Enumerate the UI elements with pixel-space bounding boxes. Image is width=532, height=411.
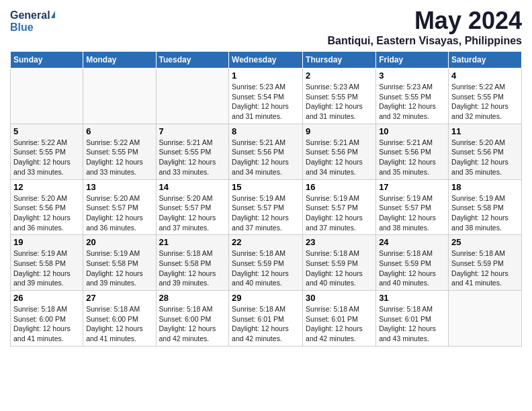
calendar-cell: 1Sunrise: 5:23 AMSunset: 5:54 PMDaylight… <box>229 68 303 124</box>
day-info: Sunrise: 5:18 AMSunset: 6:01 PMDaylight:… <box>379 304 445 344</box>
day-number: 5 <box>13 126 80 136</box>
calendar-cell: 15Sunrise: 5:19 AMSunset: 5:57 PMDayligh… <box>229 179 303 235</box>
day-info: Sunrise: 5:18 AMSunset: 6:00 PMDaylight:… <box>13 304 80 344</box>
day-number: 2 <box>306 71 373 81</box>
day-info: Sunrise: 5:22 AMSunset: 5:55 PMDaylight:… <box>451 82 519 122</box>
title-area: May 2024 Bantiqui, Eastern Visayas, Phil… <box>327 7 522 47</box>
calendar-cell: 28Sunrise: 5:18 AMSunset: 6:00 PMDayligh… <box>156 291 229 347</box>
day-number: 29 <box>232 293 300 303</box>
day-number: 12 <box>13 182 80 192</box>
day-info: Sunrise: 5:21 AMSunset: 5:56 PMDaylight:… <box>379 138 445 177</box>
day-info: Sunrise: 5:18 AMSunset: 5:59 PMDaylight:… <box>451 248 519 288</box>
calendar-cell: 8Sunrise: 5:21 AMSunset: 5:56 PMDaylight… <box>229 124 303 179</box>
day-info: Sunrise: 5:23 AMSunset: 5:54 PMDaylight:… <box>232 82 300 122</box>
day-info: Sunrise: 5:18 AMSunset: 5:58 PMDaylight:… <box>159 248 226 288</box>
calendar-cell: 24Sunrise: 5:18 AMSunset: 5:59 PMDayligh… <box>376 235 449 291</box>
calendar-cell: 7Sunrise: 5:21 AMSunset: 5:55 PMDaylight… <box>156 124 229 179</box>
day-info: Sunrise: 5:20 AMSunset: 5:57 PMDaylight:… <box>159 193 226 233</box>
calendar-cell: 31Sunrise: 5:18 AMSunset: 6:01 PMDayligh… <box>376 291 449 347</box>
day-number: 16 <box>306 182 373 192</box>
logo-blue: Blue <box>10 21 34 34</box>
day-info: Sunrise: 5:18 AMSunset: 5:59 PMDaylight:… <box>232 248 300 288</box>
calendar-cell: 19Sunrise: 5:19 AMSunset: 5:58 PMDayligh… <box>11 235 83 291</box>
day-number: 21 <box>159 237 226 247</box>
day-info: Sunrise: 5:22 AMSunset: 5:55 PMDaylight:… <box>86 138 152 177</box>
day-header-tuesday: Tuesday <box>156 52 229 68</box>
week-row-5: 26Sunrise: 5:18 AMSunset: 6:00 PMDayligh… <box>11 291 522 347</box>
day-info: Sunrise: 5:18 AMSunset: 6:01 PMDaylight:… <box>232 304 300 344</box>
day-info: Sunrise: 5:18 AMSunset: 5:59 PMDaylight:… <box>379 248 445 288</box>
calendar-cell: 12Sunrise: 5:20 AMSunset: 5:56 PMDayligh… <box>11 179 83 235</box>
day-number: 31 <box>379 293 445 303</box>
day-number: 3 <box>379 71 445 81</box>
calendar-cell: 16Sunrise: 5:19 AMSunset: 5:57 PMDayligh… <box>303 179 376 235</box>
calendar-table: SundayMondayTuesdayWednesdayThursdayFrid… <box>10 51 522 347</box>
calendar-cell: 4Sunrise: 5:22 AMSunset: 5:55 PMDaylight… <box>449 68 522 124</box>
calendar-cell: 17Sunrise: 5:19 AMSunset: 5:57 PMDayligh… <box>376 179 449 235</box>
day-info: Sunrise: 5:21 AMSunset: 5:56 PMDaylight:… <box>306 138 373 177</box>
day-header-wednesday: Wednesday <box>229 52 303 68</box>
day-info: Sunrise: 5:21 AMSunset: 5:55 PMDaylight:… <box>159 138 226 177</box>
header-row: SundayMondayTuesdayWednesdayThursdayFrid… <box>11 52 522 68</box>
day-number: 7 <box>159 126 226 136</box>
calendar-cell <box>11 68 83 124</box>
day-info: Sunrise: 5:18 AMSunset: 6:00 PMDaylight:… <box>86 304 152 344</box>
day-number: 25 <box>451 237 519 247</box>
day-number: 18 <box>451 182 519 192</box>
day-number: 1 <box>232 71 300 81</box>
logo: General Blue <box>10 9 55 34</box>
calendar-cell <box>156 68 229 124</box>
day-info: Sunrise: 5:19 AMSunset: 5:58 PMDaylight:… <box>451 193 519 233</box>
day-number: 14 <box>159 182 226 192</box>
day-info: Sunrise: 5:19 AMSunset: 5:58 PMDaylight:… <box>86 248 152 288</box>
calendar-cell: 23Sunrise: 5:18 AMSunset: 5:59 PMDayligh… <box>303 235 376 291</box>
day-header-friday: Friday <box>376 52 449 68</box>
calendar-cell <box>83 68 156 124</box>
day-number: 24 <box>379 237 445 247</box>
calendar-cell: 3Sunrise: 5:23 AMSunset: 5:55 PMDaylight… <box>376 68 449 124</box>
day-number: 9 <box>306 126 373 136</box>
day-info: Sunrise: 5:23 AMSunset: 5:55 PMDaylight:… <box>306 82 373 122</box>
day-number: 4 <box>451 71 519 81</box>
day-number: 28 <box>159 293 226 303</box>
day-header-thursday: Thursday <box>303 52 376 68</box>
day-info: Sunrise: 5:18 AMSunset: 6:01 PMDaylight:… <box>306 304 373 344</box>
day-number: 10 <box>379 126 445 136</box>
calendar-cell <box>449 291 522 347</box>
day-header-monday: Monday <box>83 52 156 68</box>
day-number: 6 <box>86 126 152 136</box>
day-info: Sunrise: 5:20 AMSunset: 5:57 PMDaylight:… <box>86 193 152 233</box>
calendar-cell: 30Sunrise: 5:18 AMSunset: 6:01 PMDayligh… <box>303 291 376 347</box>
calendar-cell: 27Sunrise: 5:18 AMSunset: 6:00 PMDayligh… <box>83 291 156 347</box>
calendar-cell: 29Sunrise: 5:18 AMSunset: 6:01 PMDayligh… <box>229 291 303 347</box>
calendar-cell: 10Sunrise: 5:21 AMSunset: 5:56 PMDayligh… <box>376 124 449 179</box>
day-number: 8 <box>232 126 300 136</box>
calendar-cell: 13Sunrise: 5:20 AMSunset: 5:57 PMDayligh… <box>83 179 156 235</box>
week-row-3: 12Sunrise: 5:20 AMSunset: 5:56 PMDayligh… <box>11 179 522 235</box>
day-number: 26 <box>13 293 80 303</box>
day-info: Sunrise: 5:19 AMSunset: 5:57 PMDaylight:… <box>379 193 445 233</box>
day-number: 15 <box>232 182 300 192</box>
day-number: 22 <box>232 237 300 247</box>
day-number: 11 <box>451 126 519 136</box>
day-info: Sunrise: 5:20 AMSunset: 5:56 PMDaylight:… <box>13 193 80 233</box>
week-row-2: 5Sunrise: 5:22 AMSunset: 5:55 PMDaylight… <box>11 124 522 179</box>
calendar-cell: 26Sunrise: 5:18 AMSunset: 6:00 PMDayligh… <box>11 291 83 347</box>
day-info: Sunrise: 5:19 AMSunset: 5:57 PMDaylight:… <box>232 193 300 233</box>
logo-triangle-icon <box>51 11 55 18</box>
header: General Blue May 2024 Bantiqui, Eastern … <box>10 7 522 47</box>
day-info: Sunrise: 5:20 AMSunset: 5:56 PMDaylight:… <box>451 138 519 177</box>
calendar-cell: 22Sunrise: 5:18 AMSunset: 5:59 PMDayligh… <box>229 235 303 291</box>
day-header-sunday: Sunday <box>11 52 83 68</box>
main-title: May 2024 <box>327 7 522 35</box>
day-number: 20 <box>86 237 152 247</box>
day-number: 19 <box>13 237 80 247</box>
day-header-saturday: Saturday <box>449 52 522 68</box>
day-number: 17 <box>379 182 445 192</box>
calendar-cell: 20Sunrise: 5:19 AMSunset: 5:58 PMDayligh… <box>83 235 156 291</box>
calendar-cell: 11Sunrise: 5:20 AMSunset: 5:56 PMDayligh… <box>449 124 522 179</box>
calendar-cell: 18Sunrise: 5:19 AMSunset: 5:58 PMDayligh… <box>449 179 522 235</box>
day-info: Sunrise: 5:19 AMSunset: 5:58 PMDaylight:… <box>13 248 80 288</box>
calendar-cell: 2Sunrise: 5:23 AMSunset: 5:55 PMDaylight… <box>303 68 376 124</box>
day-info: Sunrise: 5:21 AMSunset: 5:56 PMDaylight:… <box>232 138 300 177</box>
